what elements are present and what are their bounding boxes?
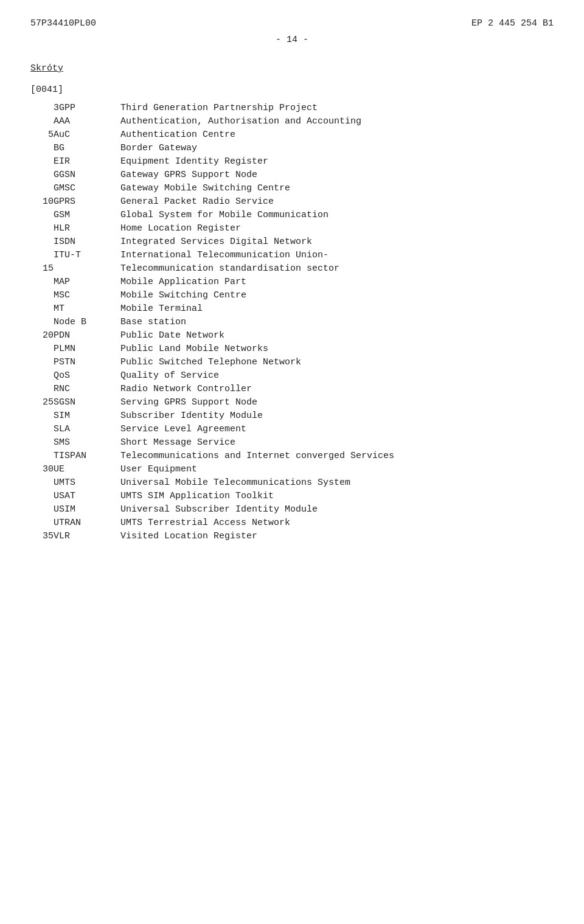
line-number [30, 114, 54, 128]
abbreviation: PSTN [54, 355, 120, 369]
line-number [30, 449, 54, 462]
abbreviation: PLMN [54, 342, 120, 355]
definition: Universal Subscriber Identity Module [120, 502, 554, 516]
abbreviations-table: 3GPPThird Generation Partnership Project… [30, 101, 554, 543]
definition: Universal Mobile Telecommunications Syst… [120, 476, 554, 489]
definition: Public Switched Telephone Network [120, 355, 554, 369]
table-row: SLAService Level Agreement [30, 422, 554, 436]
abbreviation: HLR [54, 221, 120, 235]
definition: Telecommunications and Internet converge… [120, 449, 554, 462]
line-number: 10 [30, 195, 54, 208]
tag: [0041] [30, 85, 554, 95]
table-row: MSCMobile Switching Centre [30, 288, 554, 302]
table-row: MTMobile Terminal [30, 302, 554, 315]
line-number [30, 382, 54, 395]
line-number [30, 288, 54, 302]
abbreviation: GPRS [54, 195, 120, 208]
table-row: GMSCGateway Mobile Switching Centre [30, 181, 554, 195]
table-row: 35VLRVisited Location Register [30, 529, 554, 543]
abbreviation: SMS [54, 436, 120, 449]
line-number [30, 409, 54, 422]
definition: Short Message Service [120, 436, 554, 449]
table-row: 25SGSNServing GPRS Support Node [30, 395, 554, 409]
line-number [30, 141, 54, 155]
abbreviation: AuC [54, 128, 120, 141]
abbreviation: SGSN [54, 395, 120, 409]
header-left: 57P34410PL00 [30, 18, 96, 29]
line-number: 35 [30, 529, 54, 543]
abbreviation: EIR [54, 155, 120, 168]
table-row: 30UEUser Equipment [30, 462, 554, 476]
table-row: QoSQuality of Service [30, 369, 554, 382]
line-number [30, 208, 54, 221]
abbreviation: USAT [54, 489, 120, 502]
line-number: 5 [30, 128, 54, 141]
page-number: - 14 - [30, 35, 554, 45]
table-row: UMTSUniversal Mobile Telecommunications … [30, 476, 554, 489]
line-number [30, 369, 54, 382]
table-row: ISDNIntegrated Services Digital Network [30, 235, 554, 248]
abbreviation: PDN [54, 328, 120, 342]
abbreviation [54, 262, 120, 275]
table-row: 20PDNPublic Date Network [30, 328, 554, 342]
table-row: 5AuCAuthentication Centre [30, 128, 554, 141]
section-title: Skróty [30, 63, 554, 74]
abbreviation: VLR [54, 529, 120, 543]
definition: Telecommunication standardisation sector [120, 262, 554, 275]
table-row: BGBorder Gateway [30, 141, 554, 155]
table-row: RNCRadio Network Controller [30, 382, 554, 395]
abbreviation: UE [54, 462, 120, 476]
table-row: ITU-TInternational Telecommunication Uni… [30, 248, 554, 262]
abbreviation: BG [54, 141, 120, 155]
line-number [30, 516, 54, 529]
abbreviation: ISDN [54, 235, 120, 248]
line-number [30, 355, 54, 369]
table-row: SMSShort Message Service [30, 436, 554, 449]
table-row: USIMUniversal Subscriber Identity Module [30, 502, 554, 516]
definition: Home Location Register [120, 221, 554, 235]
definition: Integrated Services Digital Network [120, 235, 554, 248]
line-number [30, 248, 54, 262]
definition: Service Level Agreement [120, 422, 554, 436]
table-row: 10GPRSGeneral Packet Radio Service [30, 195, 554, 208]
line-number [30, 275, 54, 288]
line-number [30, 476, 54, 489]
line-number [30, 181, 54, 195]
table-row: PSTNPublic Switched Telephone Network [30, 355, 554, 369]
abbreviation: USIM [54, 502, 120, 516]
definition: Subscriber Identity Module [120, 409, 554, 422]
table-row: GGSNGateway GPRS Support Node [30, 168, 554, 181]
definition: Mobile Application Part [120, 275, 554, 288]
definition: Radio Network Controller [120, 382, 554, 395]
table-row: AAAAuthentication, Authorisation and Acc… [30, 114, 554, 128]
abbreviation: GSM [54, 208, 120, 221]
line-number: 30 [30, 462, 54, 476]
table-row: MAPMobile Application Part [30, 275, 554, 288]
line-number [30, 101, 54, 114]
table-row: USATUMTS SIM Application Toolkit [30, 489, 554, 502]
abbreviation: MAP [54, 275, 120, 288]
abbreviation: Node B [54, 315, 120, 328]
definition: Equipment Identity Register [120, 155, 554, 168]
definition: Quality of Service [120, 369, 554, 382]
line-number [30, 436, 54, 449]
definition: User Equipment [120, 462, 554, 476]
definition: UMTS SIM Application Toolkit [120, 489, 554, 502]
line-number [30, 489, 54, 502]
line-number [30, 502, 54, 516]
abbreviation: GMSC [54, 181, 120, 195]
table-row: GSMGlobal System for Mobile Communicatio… [30, 208, 554, 221]
table-row: TISPANTelecommunications and Internet co… [30, 449, 554, 462]
abbreviation: MT [54, 302, 120, 315]
table-row: HLRHome Location Register [30, 221, 554, 235]
definition: Mobile Switching Centre [120, 288, 554, 302]
definition: UMTS Terrestrial Access Network [120, 516, 554, 529]
definition: General Packet Radio Service [120, 195, 554, 208]
line-number [30, 342, 54, 355]
definition: Visited Location Register [120, 529, 554, 543]
definition: Serving GPRS Support Node [120, 395, 554, 409]
definition: Public Land Mobile Networks [120, 342, 554, 355]
line-number [30, 302, 54, 315]
line-number: 15 [30, 262, 54, 275]
abbreviation: MSC [54, 288, 120, 302]
